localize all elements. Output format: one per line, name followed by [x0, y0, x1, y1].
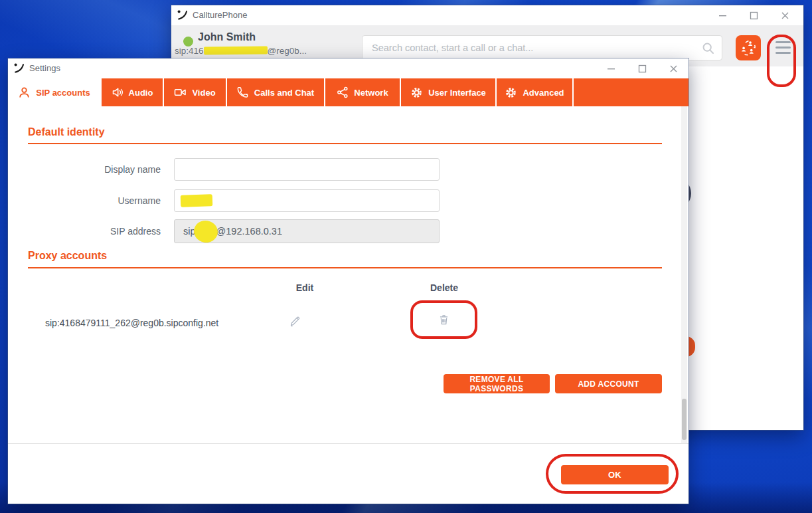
maximize-icon — [638, 64, 647, 73]
share-network-icon — [337, 86, 349, 98]
close-icon — [669, 64, 678, 73]
username-input[interactable] — [174, 189, 440, 212]
yellow-redaction-sip-address — [192, 219, 219, 245]
close-icon — [781, 11, 789, 20]
settings-title: Settings — [29, 58, 60, 78]
settings-content: Default identity Display name Username S… — [8, 106, 689, 443]
main-maximize-button[interactable] — [742, 5, 766, 25]
section-divider — [28, 267, 662, 268]
settings-close-button[interactable] — [661, 58, 685, 78]
yellow-redaction-username — [181, 194, 213, 207]
presence-status-dot — [183, 37, 193, 47]
pencil-edit-icon — [288, 314, 301, 328]
tab-label: Calls and Chat — [254, 88, 314, 98]
speaker-icon — [112, 86, 123, 98]
main-titlebar: CallturePhone — [171, 5, 803, 25]
main-minimize-button[interactable] — [710, 5, 734, 25]
sip-address-label: SIP address — [28, 226, 161, 237]
tab-user-interface[interactable]: User Interface — [401, 78, 495, 106]
minimize-icon — [718, 11, 727, 20]
minimize-icon — [607, 64, 615, 73]
sip-address-field: sip:@192.168.0.31 — [174, 219, 440, 243]
main-close-button[interactable] — [773, 5, 797, 25]
tab-label: Advanced — [523, 88, 564, 98]
tab-label: Audio — [129, 88, 153, 98]
annotation-circle-delete — [410, 300, 477, 339]
settings-dialog: Settings SIP accounts — [8, 58, 689, 504]
phone-icon — [237, 86, 249, 98]
tab-network[interactable]: Network — [325, 78, 400, 106]
tab-video[interactable]: Video — [164, 78, 226, 106]
video-camera-icon — [174, 86, 187, 98]
remove-all-passwords-button[interactable]: REMOVE ALL PASSWORDS — [444, 374, 550, 393]
tab-label: Video — [192, 88, 215, 98]
settings-titlebar: Settings — [8, 58, 689, 78]
default-identity-heading: Default identity — [28, 126, 105, 138]
search-bar — [362, 35, 722, 60]
settings-tab-bar: SIP accounts Audio Video — [8, 78, 689, 106]
tab-label: Network — [354, 88, 388, 98]
edit-account-button[interactable] — [284, 310, 306, 332]
tab-label: User Interface — [428, 88, 486, 98]
contacts-sync-button[interactable] — [736, 35, 761, 60]
user-sip-address: sip:416@reg0b... — [175, 46, 307, 56]
sip-suffix: @reg0b... — [268, 46, 307, 56]
gear-icon — [410, 86, 423, 99]
desktop-background: CallturePhone John Smith sip:416@reg0b..… — [0, 0, 812, 513]
display-name-input[interactable] — [174, 158, 440, 181]
tab-advanced[interactable]: Advanced — [497, 78, 572, 106]
tab-label: SIP accounts — [36, 88, 90, 98]
search-icon — [702, 42, 715, 55]
scrollbar-thumb[interactable] — [682, 399, 687, 440]
app-logo-icon — [177, 10, 187, 21]
main-window-title: CallturePhone — [193, 5, 247, 25]
yellow-redaction-sip — [203, 46, 267, 54]
settings-minimize-button[interactable] — [599, 58, 623, 78]
edit-column-header: Edit — [285, 282, 325, 293]
contacts-cycle-icon — [740, 39, 757, 56]
user-display-name: John Smith — [198, 31, 256, 43]
maximize-icon — [750, 11, 758, 20]
scrollbar-track[interactable] — [681, 106, 687, 443]
annotation-circle-menu — [767, 35, 796, 87]
tab-calls-and-chat[interactable]: Calls and Chat — [227, 78, 324, 106]
search-input[interactable] — [363, 36, 722, 60]
delete-column-header: Delete — [424, 282, 464, 293]
username-label: Username — [28, 195, 161, 206]
tab-bar-filler — [574, 78, 689, 106]
tab-sip-accounts[interactable]: SIP accounts — [8, 78, 100, 106]
app-logo-icon — [13, 63, 24, 74]
sip-address-suffix: @192.168.0.31 — [216, 226, 282, 237]
add-account-button[interactable]: ADD ACCOUNT — [555, 374, 662, 393]
display-name-label: Display name — [28, 164, 161, 175]
sip-prefix: sip:416 — [175, 46, 204, 56]
proxy-accounts-heading: Proxy accounts — [28, 250, 107, 262]
person-icon — [18, 86, 31, 99]
section-divider — [28, 143, 662, 144]
gear-icon — [505, 86, 517, 99]
annotation-circle-ok — [546, 454, 679, 494]
settings-footer: OK — [8, 444, 689, 504]
proxy-account-address: sip:4168479111_262@reg0b.sipconfig.net — [45, 318, 218, 328]
settings-maximize-button[interactable] — [630, 58, 654, 78]
tab-audio[interactable]: Audio — [102, 78, 163, 106]
